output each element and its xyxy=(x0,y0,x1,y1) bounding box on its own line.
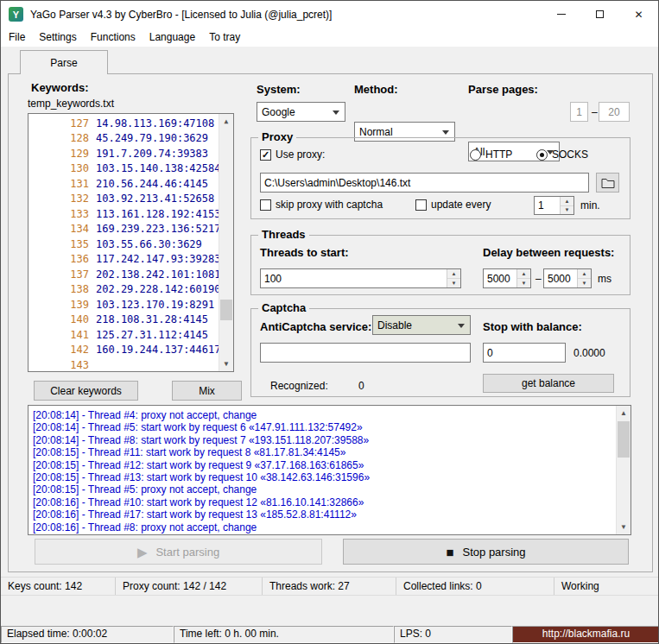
app-icon: Y xyxy=(9,7,23,22)
keyword-value: 218.108.31.28:4145 xyxy=(96,313,208,325)
spin-up-icon[interactable]: ▲ xyxy=(447,269,460,279)
anticaptcha-service-value: Disable xyxy=(377,319,412,331)
spin-down-icon[interactable]: ▼ xyxy=(561,206,573,215)
method-value: Normal xyxy=(359,126,393,138)
keywords-listbox[interactable]: 12714.98.113.169:4710812845.249.79.190:3… xyxy=(28,113,234,372)
log-line: [20:08:16] - Thread #10: start work by r… xyxy=(33,496,613,508)
spin-up-icon[interactable]: ▲ xyxy=(517,269,530,279)
keyword-row[interactable]: 138202.29.228.142:60190 xyxy=(29,282,218,298)
keyword-row[interactable]: 136117.242.147.93:39283 xyxy=(29,252,218,268)
start-parsing-label: Start parsing xyxy=(155,546,219,559)
update-interval-input[interactable] xyxy=(535,197,560,214)
stop-parsing-label: Stop parsing xyxy=(463,546,526,559)
spin-down-icon[interactable]: ▼ xyxy=(517,279,530,287)
threads-spinner[interactable]: ▲▼ xyxy=(260,268,461,288)
radio-icon xyxy=(470,149,481,161)
http-radio[interactable]: HTTP xyxy=(470,148,512,161)
clear-keywords-button[interactable]: Clear keywords xyxy=(34,381,138,401)
keyword-row[interactable]: 141125.27.31.112:4145 xyxy=(29,327,218,343)
keyword-row[interactable]: 129191.7.209.74:39383 xyxy=(29,146,218,161)
spin-down-icon[interactable]: ▼ xyxy=(447,279,460,287)
system-select[interactable]: Google xyxy=(257,102,345,122)
menu-item-to-tray[interactable]: To tray xyxy=(202,28,247,47)
captcha-key-input[interactable] xyxy=(260,343,471,363)
update-every-checkbox[interactable]: update every xyxy=(415,199,491,211)
keyword-value: 191.7.209.74:39383 xyxy=(96,148,208,160)
log-output[interactable]: [20:08:14] - Thread #4: proxy not accept… xyxy=(28,405,631,535)
browse-proxy-file-button[interactable] xyxy=(596,173,619,193)
log-scroll-thumb[interactable] xyxy=(618,421,630,458)
page-to-input[interactable] xyxy=(599,102,630,122)
socks-radio[interactable]: SOCKS xyxy=(536,148,588,161)
stop-parsing-button[interactable]: ■ Stop parsing xyxy=(343,539,629,565)
scroll-down-icon[interactable]: ▼ xyxy=(617,520,630,534)
delay-from-spinner[interactable]: ▲▼ xyxy=(483,268,531,288)
keyword-row[interactable]: 131210.56.244.46:4145 xyxy=(29,176,218,192)
menu-item-functions[interactable]: Functions xyxy=(84,28,143,47)
captcha-group-title: Captcha xyxy=(258,301,309,314)
keyword-line-number: 128 xyxy=(29,132,89,144)
log-lines: [20:08:14] - Thread #4: proxy not accept… xyxy=(33,409,613,534)
delay-from-input[interactable] xyxy=(484,269,516,287)
footer-url-link[interactable]: http://blackmafia.ru xyxy=(512,626,659,643)
radio-selected-icon xyxy=(536,149,548,161)
delay-to-input[interactable] xyxy=(544,269,577,287)
proxy-file-input[interactable] xyxy=(260,173,589,193)
menu-item-settings[interactable]: Settings xyxy=(32,28,83,47)
skip-proxy-checkbox[interactable]: skip proxy with captcha xyxy=(260,199,383,211)
status-collected-links: Collected links: 0 xyxy=(396,578,554,595)
scroll-up-icon[interactable]: ▲ xyxy=(219,114,233,129)
folder-icon xyxy=(601,177,615,188)
keyword-line-number: 143 xyxy=(29,359,89,371)
tab-parse[interactable]: Parse xyxy=(20,50,108,74)
keyword-row[interactable]: 139103.123.170.19:8291 xyxy=(29,297,218,313)
get-balance-button[interactable]: get balance xyxy=(483,374,614,393)
keyword-value: 103.55.66.30:3629 xyxy=(96,238,202,250)
spin-up-icon[interactable]: ▲ xyxy=(578,269,591,279)
update-interval-spinner[interactable]: ▲▼ xyxy=(534,196,574,215)
mix-button[interactable]: Mix xyxy=(172,381,242,401)
minimize-button[interactable] xyxy=(542,1,580,28)
maximize-button[interactable] xyxy=(580,1,619,28)
keyword-row[interactable]: 12714.98.113.169:47108 xyxy=(29,116,218,131)
stop-with-balance-label: Stop with balance: xyxy=(483,320,582,333)
keyword-row[interactable]: 137202.138.242.101:1081 xyxy=(29,267,218,282)
delay-to-spinner[interactable]: ▲▼ xyxy=(543,268,592,288)
keyword-row[interactable]: 142160.19.244.137:44617 xyxy=(29,343,218,358)
scroll-down-icon[interactable]: ▼ xyxy=(219,357,233,371)
keywords-scroll-thumb[interactable] xyxy=(220,300,232,320)
balance-input[interactable] xyxy=(483,343,566,363)
keyword-row[interactable]: 135103.55.66.30:3629 xyxy=(29,237,218,252)
socks-label: SOCKS xyxy=(552,148,588,161)
spin-down-icon[interactable]: ▼ xyxy=(578,279,591,287)
scroll-up-icon[interactable]: ▲ xyxy=(617,406,630,420)
keyword-line-number: 136 xyxy=(29,253,89,265)
keyword-row[interactable]: 134169.239.223.136:52178 xyxy=(29,222,218,237)
keyword-row[interactable]: 12845.249.79.190:3629 xyxy=(29,131,218,147)
keyword-row[interactable]: 130103.15.140.138:42584 xyxy=(29,161,218,177)
spin-up-icon[interactable]: ▲ xyxy=(561,197,573,206)
log-line: [20:08:14] - Thread #5: start work by re… xyxy=(33,421,613,433)
parse-panel: Keywords: temp_keywords.txt 12714.98.113… xyxy=(8,73,653,572)
keyword-value: 160.19.244.137:44617 xyxy=(96,344,221,356)
log-scrollbar[interactable]: ▲ ▼ xyxy=(616,406,630,534)
keyword-value: 113.161.128.192:4153 xyxy=(96,208,221,220)
anticaptcha-service-select[interactable]: Disable xyxy=(372,315,471,335)
parse-pages-label: Parse pages: xyxy=(468,83,538,96)
menu-item-language[interactable]: Language xyxy=(143,28,202,47)
keyword-row[interactable]: 132103.92.213.41:52658 xyxy=(29,192,218,207)
keywords-scrollbar[interactable]: ▲ ▼ xyxy=(219,114,233,371)
keyword-row[interactable]: 140218.108.31.28:4145 xyxy=(29,313,218,328)
keyword-row[interactable]: 143 xyxy=(29,357,218,372)
keyword-value: 202.138.242.101:1081 xyxy=(96,268,221,281)
start-parsing-button[interactable]: ▶ Start parsing xyxy=(35,539,322,565)
proxy-group-title: Proxy xyxy=(258,130,296,143)
keyword-value: 125.27.31.112:4145 xyxy=(96,329,208,341)
delay-label: Delay between requests: xyxy=(483,246,614,259)
page-from-input[interactable] xyxy=(570,102,588,122)
threads-input[interactable] xyxy=(261,269,447,287)
keyword-row[interactable]: 133113.161.128.192:4153 xyxy=(29,206,218,222)
menu-item-file[interactable]: File xyxy=(2,28,32,47)
close-button[interactable]: ✕ xyxy=(619,1,658,28)
use-proxy-checkbox[interactable]: ✓ Use proxy: xyxy=(260,148,325,161)
